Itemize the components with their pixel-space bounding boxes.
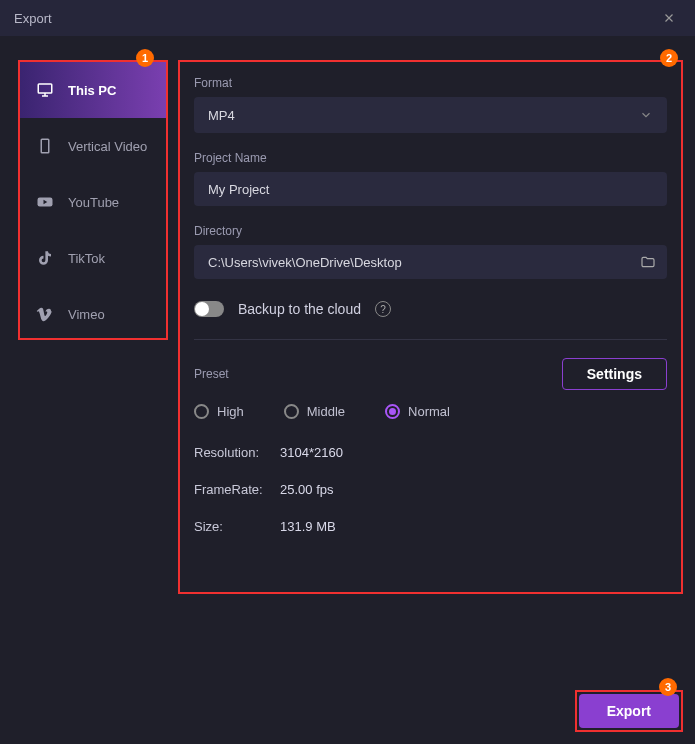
radio-icon	[284, 404, 299, 419]
directory-row	[194, 245, 667, 279]
svg-rect-1	[41, 139, 49, 153]
directory-label: Directory	[194, 224, 667, 238]
sidebar-item-this-pc[interactable]: This PC	[20, 62, 166, 118]
backup-label: Backup to the cloud	[238, 301, 361, 317]
radio-label: Middle	[307, 404, 345, 419]
sidebar-item-label: Vimeo	[68, 307, 105, 322]
help-icon[interactable]: ?	[375, 301, 391, 317]
sidebar-item-label: Vertical Video	[68, 139, 147, 154]
content-area: 1 2 3 This PC Vertical Video YouTub	[0, 36, 695, 744]
sidebar-item-vertical-video[interactable]: Vertical Video	[20, 118, 166, 174]
project-name-label: Project Name	[194, 151, 667, 165]
radio-label: High	[217, 404, 244, 419]
project-name-input[interactable]	[194, 172, 667, 206]
backup-toggle[interactable]	[194, 301, 224, 317]
preset-radio-normal[interactable]: Normal	[385, 404, 450, 419]
sidebar-item-label: TikTok	[68, 251, 105, 266]
youtube-icon	[36, 193, 54, 211]
framerate-row: FrameRate: 25.00 fps	[194, 482, 667, 497]
sidebar-item-label: YouTube	[68, 195, 119, 210]
size-label: Size:	[194, 519, 280, 534]
directory-input[interactable]	[208, 255, 637, 270]
annotation-badge-3: 3	[659, 678, 677, 696]
format-value: MP4	[208, 108, 235, 123]
radio-icon	[385, 404, 400, 419]
vimeo-icon	[36, 305, 54, 323]
preset-radio-high[interactable]: High	[194, 404, 244, 419]
chevron-down-icon	[639, 108, 653, 122]
resolution-value: 3104*2160	[280, 445, 343, 460]
size-value: 131.9 MB	[280, 519, 336, 534]
sidebar-item-vimeo[interactable]: Vimeo	[20, 286, 166, 342]
tiktok-icon	[36, 249, 54, 267]
radio-icon	[194, 404, 209, 419]
preset-row: Preset Settings	[194, 358, 667, 390]
phone-icon	[36, 137, 54, 155]
svg-rect-0	[38, 84, 52, 93]
framerate-label: FrameRate:	[194, 482, 280, 497]
resolution-label: Resolution:	[194, 445, 280, 460]
export-destination-sidebar: This PC Vertical Video YouTube TikTok	[18, 60, 168, 340]
size-row: Size: 131.9 MB	[194, 519, 667, 534]
backup-row: Backup to the cloud ?	[194, 301, 667, 317]
folder-icon	[640, 254, 656, 270]
divider	[194, 339, 667, 340]
export-dialog: Export 1 2 3 This PC Vertical Video	[0, 0, 695, 744]
titlebar: Export	[0, 0, 695, 36]
export-button-highlight: Export	[575, 690, 683, 732]
sidebar-item-tiktok[interactable]: TikTok	[20, 230, 166, 286]
settings-button[interactable]: Settings	[562, 358, 667, 390]
preset-radio-middle[interactable]: Middle	[284, 404, 345, 419]
annotation-badge-2: 2	[660, 49, 678, 67]
sidebar-item-label: This PC	[68, 83, 116, 98]
radio-label: Normal	[408, 404, 450, 419]
annotation-badge-1: 1	[136, 49, 154, 67]
preset-label: Preset	[194, 367, 229, 381]
close-button[interactable]	[657, 6, 681, 30]
browse-folder-button[interactable]	[637, 251, 659, 273]
export-button[interactable]: Export	[579, 694, 679, 728]
framerate-value: 25.00 fps	[280, 482, 334, 497]
export-settings-panel: Format MP4 Project Name Directory Backup…	[178, 60, 683, 594]
monitor-icon	[36, 81, 54, 99]
sidebar-item-youtube[interactable]: YouTube	[20, 174, 166, 230]
format-label: Format	[194, 76, 667, 90]
close-icon	[662, 11, 676, 25]
preset-radio-group: High Middle Normal	[194, 404, 667, 419]
format-dropdown[interactable]: MP4	[194, 97, 667, 133]
resolution-row: Resolution: 3104*2160	[194, 445, 667, 460]
window-title: Export	[14, 11, 52, 26]
